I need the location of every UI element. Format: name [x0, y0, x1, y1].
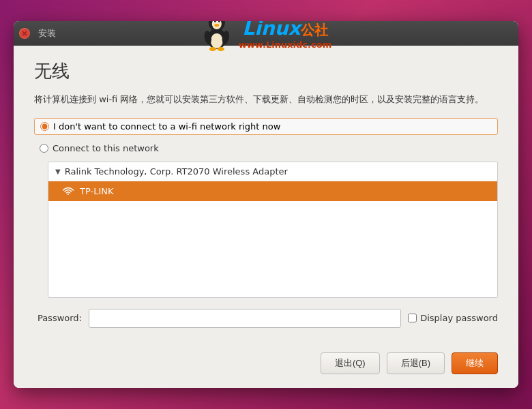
no-wifi-option[interactable]: I don't want to connect to a wi-fi netwo…: [34, 118, 498, 135]
footer-buttons: 退出(Q) 后退(B) 继续: [14, 342, 518, 388]
adapter-row: ▼ Ralink Technology, Corp. RT2070 Wirele…: [48, 162, 497, 181]
page-description: 将计算机连接到 wi-fi 网络，您就可以安装第三方软件、下载更新、自动检测您的…: [34, 93, 498, 107]
svg-point-13: [218, 47, 224, 51]
logo-linux: Linux: [242, 21, 300, 39]
close-button[interactable]: [19, 28, 30, 39]
main-content: 无线 将计算机连接到 wi-fi 网络，您就可以安装第三方软件、下载更新、自动检…: [14, 46, 518, 342]
continue-button[interactable]: 继续: [452, 352, 498, 374]
no-wifi-radio[interactable]: [40, 122, 49, 131]
logo-text: Linux公社 www.Linuxidc.com: [239, 21, 331, 50]
connect-wifi-option[interactable]: Connect to this network: [34, 140, 498, 156]
quit-button[interactable]: 退出(Q): [321, 352, 380, 374]
svg-point-12: [209, 47, 216, 51]
svg-point-11: [214, 24, 219, 27]
adapter-label: Ralink Technology, Corp. RT2070 Wireless…: [65, 166, 288, 177]
svg-point-4: [211, 33, 223, 48]
display-password-option[interactable]: Display password: [408, 313, 498, 323]
password-row: Password: Display password: [34, 309, 498, 328]
logo-area: Linux公社 www.Linuxidc.com: [201, 21, 331, 54]
back-button[interactable]: 后退(B): [387, 352, 445, 374]
network-tree: ▼ Ralink Technology, Corp. RT2070 Wirele…: [48, 162, 498, 298]
connect-wifi-radio[interactable]: [40, 144, 48, 153]
network-name: TP-LINK: [80, 186, 114, 196]
page-title: 无线: [34, 59, 498, 83]
password-input[interactable]: [89, 309, 401, 328]
display-password-label: Display password: [420, 313, 498, 323]
logo-gongshe: 公社: [301, 22, 328, 38]
tree-arrow-icon: ▼: [55, 168, 61, 175]
connect-wifi-label: Connect to this network: [53, 143, 159, 153]
wifi-signal-icon: [62, 186, 74, 196]
installer-window: 安装: [14, 21, 518, 388]
network-item-tplink[interactable]: TP-LINK: [48, 181, 497, 201]
tux-icon: [201, 21, 233, 54]
password-label: Password:: [34, 313, 82, 323]
display-password-checkbox[interactable]: [408, 314, 417, 322]
logo-url: www.Linuxidc.com: [239, 40, 331, 50]
no-wifi-label: I don't want to connect to a wi-fi netwo…: [53, 121, 280, 132]
titlebar: 安装: [14, 21, 518, 46]
